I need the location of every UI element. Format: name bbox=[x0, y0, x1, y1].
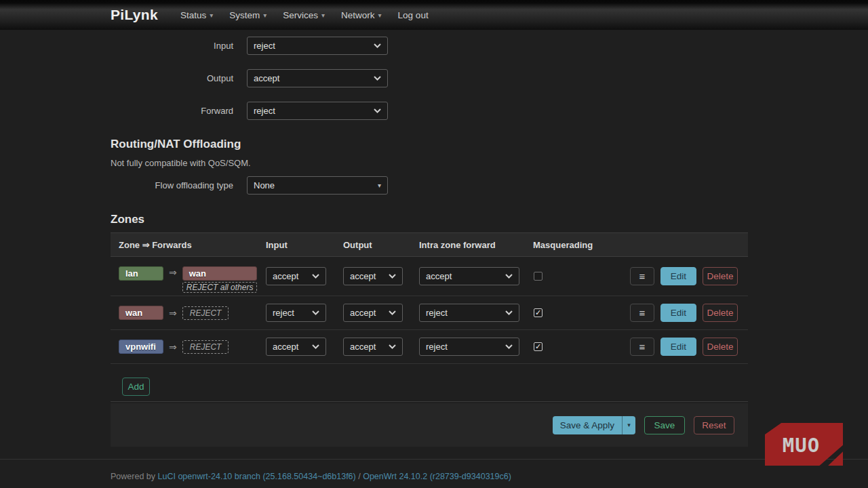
zone-lan-menu-button[interactable]: ≡ bbox=[630, 267, 654, 285]
zone-lan-masquerading-checkbox[interactable] bbox=[534, 272, 542, 281]
offloading-heading: Routing/NAT Offloading bbox=[111, 138, 241, 151]
zone-lan-delete-button[interactable]: Delete bbox=[703, 267, 738, 285]
menu-icon: ≡ bbox=[639, 270, 646, 282]
col-input: Input bbox=[266, 240, 343, 250]
chevron-down-icon bbox=[374, 43, 381, 48]
zone-wan-intra-select[interactable]: reject bbox=[419, 304, 519, 322]
zone-lan-input-select[interactable]: accept bbox=[266, 267, 326, 285]
nav-status[interactable]: Status ▾ bbox=[180, 10, 213, 20]
zone-lan-output-select[interactable]: accept bbox=[343, 267, 403, 285]
output-policy-select[interactable]: accept bbox=[247, 69, 388, 87]
menu-icon: ≡ bbox=[639, 307, 646, 319]
forward-arrow-icon: ⇒ bbox=[169, 267, 177, 278]
chevron-down-icon bbox=[505, 310, 513, 315]
zone-badge-vpnwifi: vpnwifi bbox=[119, 340, 163, 354]
chevron-down-icon bbox=[312, 344, 319, 349]
forward-arrow-icon: ⇒ bbox=[169, 308, 177, 319]
chevron-down-icon: ▾ bbox=[378, 12, 382, 19]
zone-wan-input-select[interactable]: reject bbox=[266, 304, 326, 322]
zone-vpnwifi-masquerading-checkbox[interactable] bbox=[534, 342, 542, 351]
zone-row-vpnwifi: vpnwifi ⇒ REJECT accept accept bbox=[111, 330, 748, 364]
zone-vpnwifi-edit-button[interactable]: Edit bbox=[660, 338, 696, 356]
menu-icon: ≡ bbox=[639, 341, 646, 352]
col-output: Output bbox=[343, 240, 419, 250]
forward-policy-label: Forward bbox=[111, 102, 233, 120]
input-policy-select[interactable]: reject bbox=[247, 37, 388, 55]
zone-row-lan: lan ⇒ wan REJECT all others accept acc bbox=[111, 257, 748, 296]
chevron-down-icon bbox=[389, 310, 396, 315]
offloading-note: Not fully compatible with QoS/SQM. bbox=[111, 158, 251, 168]
zone-badge-wan: wan bbox=[119, 306, 163, 320]
forward-reject-label: REJECT bbox=[182, 306, 229, 320]
zone-badge-lan: lan bbox=[119, 266, 163, 281]
chevron-down-icon bbox=[389, 274, 396, 279]
col-masquerading: Masquerading bbox=[533, 240, 630, 250]
save-button[interactable]: Save bbox=[644, 416, 685, 434]
forward-default-note: REJECT all others bbox=[182, 282, 258, 293]
reset-button[interactable]: Reset bbox=[694, 416, 734, 434]
flow-offloading-select[interactable]: None ▾ bbox=[247, 176, 388, 195]
output-policy-row: Output accept bbox=[111, 69, 748, 87]
powered-by-label: Powered by bbox=[111, 472, 155, 481]
zones-table: Zone ⇒ Forwards Input Output Intra zone … bbox=[111, 232, 748, 364]
openwrt-version-link[interactable]: OpenWrt 24.10.2 (r28739-d9340319c6) bbox=[363, 472, 511, 481]
zone-wan-delete-button[interactable]: Delete bbox=[703, 304, 738, 322]
chevron-down-icon bbox=[312, 310, 319, 315]
flow-offloading-label: Flow offloading type bbox=[111, 176, 233, 195]
footer-text: Powered by LuCI openwrt-24.10 branch (25… bbox=[111, 472, 511, 481]
forward-policy-select[interactable]: reject bbox=[247, 102, 388, 120]
input-policy-row: Input reject bbox=[111, 37, 748, 55]
chevron-down-icon: ▾ bbox=[321, 12, 325, 19]
forward-policy-row: Forward reject bbox=[111, 102, 748, 120]
chevron-down-icon bbox=[389, 344, 396, 349]
col-zone-forwards: Zone ⇒ Forwards bbox=[111, 240, 266, 250]
top-navbar: PiLynk Status ▾ System ▾ Services ▾ Netw… bbox=[0, 0, 868, 30]
nav-services[interactable]: Services ▾ bbox=[283, 10, 325, 20]
zone-wan-masquerading-checkbox[interactable] bbox=[534, 308, 542, 317]
chevron-down-icon: ▾ bbox=[210, 12, 213, 19]
nav-system[interactable]: System ▾ bbox=[229, 10, 267, 20]
zone-row-wan: wan ⇒ REJECT reject accept bbox=[111, 296, 748, 330]
chevron-down-icon: ▾ bbox=[263, 12, 267, 19]
flow-offloading-row: Flow offloading type None ▾ bbox=[111, 176, 748, 195]
zone-wan-menu-button[interactable]: ≡ bbox=[630, 304, 654, 322]
firewall-page: PiLynk Status ▾ System ▾ Services ▾ Netw… bbox=[0, 0, 868, 488]
add-zone-button[interactable]: Add bbox=[122, 378, 150, 396]
nav-logout[interactable]: Log out bbox=[398, 10, 429, 20]
zone-lan-intra-select[interactable]: accept bbox=[419, 267, 519, 285]
zones-table-header: Zone ⇒ Forwards Input Output Intra zone … bbox=[111, 233, 748, 257]
zone-lan-edit-button[interactable]: Edit bbox=[660, 267, 696, 285]
zone-vpnwifi-output-select[interactable]: accept bbox=[343, 338, 403, 356]
luci-version-link[interactable]: LuCI openwrt-24.10 branch (25.168.50434~… bbox=[158, 472, 356, 481]
chevron-down-icon bbox=[374, 108, 381, 113]
zone-vpnwifi-delete-button[interactable]: Delete bbox=[703, 338, 738, 356]
footer-divider bbox=[0, 459, 868, 460]
chevron-down-icon bbox=[312, 274, 319, 279]
zone-vpnwifi-input-select[interactable]: accept bbox=[266, 338, 326, 356]
forward-reject-label: REJECT bbox=[182, 340, 229, 354]
output-policy-label: Output bbox=[111, 69, 233, 87]
chevron-down-icon bbox=[505, 344, 513, 349]
chevron-down-icon bbox=[505, 274, 513, 279]
chevron-down-icon: ▾ bbox=[378, 182, 381, 189]
main-nav: Status ▾ System ▾ Services ▾ Network ▾ L… bbox=[180, 10, 429, 20]
zones-heading: Zones bbox=[111, 213, 144, 226]
forward-badge-wan: wan bbox=[182, 266, 258, 281]
nav-network[interactable]: Network ▾ bbox=[341, 10, 382, 20]
col-intra-zone-forward: Intra zone forward bbox=[419, 240, 533, 250]
zone-wan-edit-button[interactable]: Edit bbox=[660, 304, 696, 322]
muo-watermark-text: MUO bbox=[765, 423, 843, 466]
page-actions: Save & Apply ▾ Save Reset bbox=[111, 403, 748, 447]
forward-arrow-icon: ⇒ bbox=[169, 342, 177, 352]
main-content: Input reject Output accept Forward rejec… bbox=[111, 30, 748, 488]
zone-vpnwifi-menu-button[interactable]: ≡ bbox=[630, 338, 654, 356]
actions-divider bbox=[111, 401, 748, 402]
brand-title: PiLynk bbox=[111, 7, 158, 23]
zone-wan-output-select[interactable]: accept bbox=[343, 304, 403, 322]
chevron-down-icon bbox=[374, 76, 381, 81]
save-apply-button[interactable]: Save & Apply ▾ bbox=[553, 416, 635, 434]
chevron-down-icon[interactable]: ▾ bbox=[622, 416, 635, 434]
input-policy-label: Input bbox=[111, 37, 233, 55]
muo-watermark-logo: MUO bbox=[765, 423, 843, 466]
zone-vpnwifi-intra-select[interactable]: reject bbox=[419, 338, 519, 356]
